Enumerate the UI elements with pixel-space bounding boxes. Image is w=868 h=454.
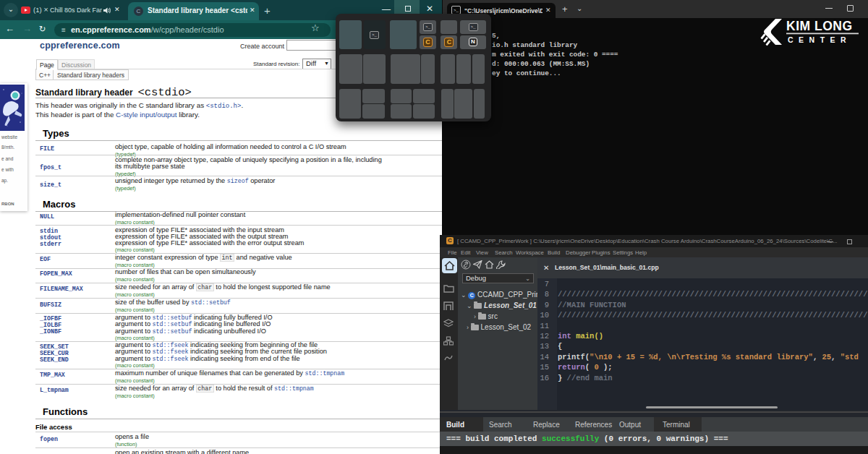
svg-text:KIM LONG: KIM LONG [786, 19, 853, 33]
svg-text:CENTER: CENTER [788, 35, 851, 44]
